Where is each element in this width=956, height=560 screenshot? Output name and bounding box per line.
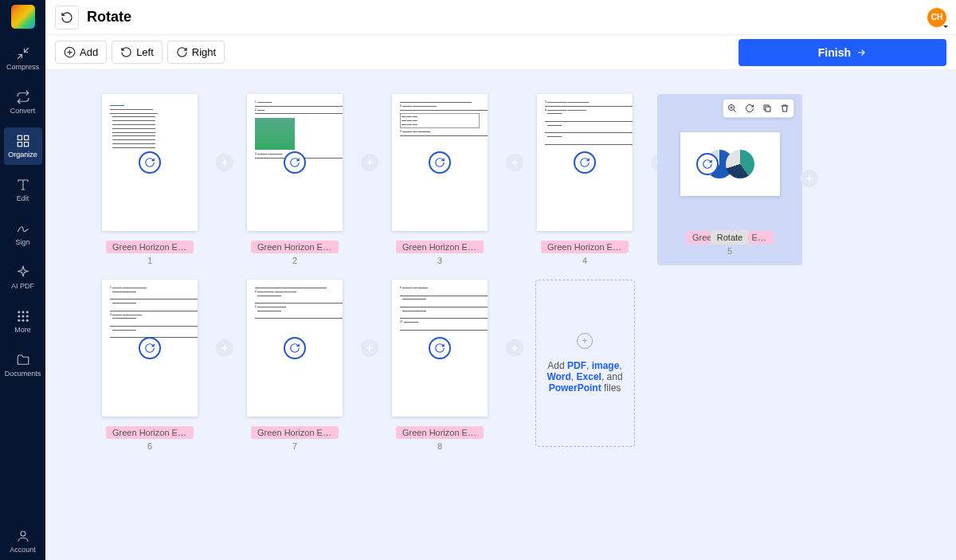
sidebar-label: Convert [10, 107, 36, 115]
rotate-right-icon [176, 46, 188, 58]
svg-point-8 [22, 315, 24, 318]
page-label: Green Horizon En… [106, 426, 194, 439]
workspace: ▬▬▬▬▬▬▬▬▬▬▬▬▬▬▬▬▬▬▬▬▬▬▬▬▬▬▬▬▬▬▬▬▬▬▬▬▬▬▬▬… [45, 70, 956, 560]
sidebar-label: Account [10, 546, 36, 554]
rotate-overlay-icon[interactable] [429, 151, 451, 174]
compress-icon [16, 46, 30, 61]
sidebar-item-account[interactable]: Account [0, 523, 45, 560]
sidebar-item-more[interactable]: More [0, 303, 45, 340]
ai-icon [16, 265, 30, 280]
back-button[interactable] [55, 6, 79, 29]
header: Rotate CH [45, 0, 956, 35]
organize-icon [16, 134, 30, 148]
app-logo[interactable] [11, 5, 35, 29]
rotate-overlay-icon[interactable] [284, 337, 306, 359]
page-thumbnail[interactable]: 1. ▬▬▬▬▬▬▬▬▬▬▬▬▬▬▬▬▬▬▬▬▬▬▬▬▬▬▬▬▬▬▬▬▬▬▬▬▬… [222, 94, 367, 265]
add-files-dropzone[interactable]: + Add PDF, image, Word, Excel, and Power… [535, 280, 635, 447]
rotate-action[interactable] [741, 100, 758, 117]
sidebar-item-organize[interactable]: Organize [4, 127, 42, 165]
page-actions-bar [723, 99, 794, 118]
toolbar: Add Left Right Finish [45, 35, 956, 70]
svg-point-13 [21, 531, 25, 536]
page-label: Green Horizon En… [541, 241, 629, 253]
documents-icon [16, 353, 30, 367]
insert-between-button[interactable] [801, 170, 818, 187]
sidebar-item-documents[interactable]: Documents [0, 347, 45, 384]
arrow-right-icon [856, 47, 867, 58]
plus-circle-icon: + [577, 333, 593, 349]
sidebar-item-compress[interactable]: Compress [0, 40, 45, 77]
page-label: Green Horizon En… [251, 426, 339, 439]
svg-point-9 [25, 315, 28, 318]
rotate-overlay-icon[interactable] [696, 153, 719, 175]
page-thumbnail[interactable]: 2. ▬▬▬▬ ▬▬▬▬▬▬▬▬▬▬ ▬▬▬▬▬▬▬▬▬▬ ▬▬▬▬▬▬▬▬▬▬… [77, 280, 222, 451]
sign-icon [16, 221, 30, 236]
sidebar-label: AI PDF [11, 282, 34, 290]
thumb-image: ▬▬▬▬▬▬▬▬▬▬▬▬▬▬▬▬▬▬▬▬▬▬▬▬▬▬▬▬▬▬4. ▬▬▬▬▬▬▬… [247, 280, 343, 417]
page-thumbnail[interactable]: 6. ▬▬▬▬ ▬▬ ▬▬▬▬ ▬▬▬▬▬▬▬▬▬▬▬▬▬▬▬▬▬▬▬▬▬▬▬▬… [367, 280, 512, 451]
sidebar: Compress Convert Organize Edit Sign AI P… [0, 0, 45, 560]
rotate-left-button[interactable]: Left [112, 41, 163, 64]
thumb-image: 6. ▬▬▬▬ ▬▬ ▬▬▬▬ ▬▬▬▬▬▬▬▬▬▬▬▬▬▬▬▬▬▬▬▬▬▬▬▬… [392, 280, 488, 417]
sidebar-item-sign[interactable]: Sign [0, 215, 45, 253]
duplicate-action[interactable] [758, 100, 776, 117]
svg-point-11 [22, 319, 24, 322]
page-title: Rotate [87, 9, 131, 25]
account-icon [16, 529, 30, 543]
page-thumbnail[interactable]: ▬▬▬▬▬▬▬▬▬▬▬▬▬▬▬▬▬▬▬▬▬▬▬▬▬▬▬▬▬▬2. ▬▬▬▬ ▬▬… [367, 94, 512, 265]
undo-icon [61, 11, 73, 24]
sidebar-item-edit[interactable]: Edit [0, 171, 45, 209]
page-number: 8 [437, 441, 442, 451]
page-thumbnail[interactable]: 3. ▬▬▬▬▬▬▬▬ ▬▬▬▬▬▬▬▬▬▬▬▬▬▬▬▬▬▬▬▬▬▬▬▬▬▬▬▬… [512, 94, 657, 265]
button-label: Finish [818, 46, 851, 59]
sidebar-item-aipdf[interactable]: AI PDF [0, 259, 45, 296]
button-label: Add [80, 46, 98, 58]
rotate-overlay-icon[interactable] [429, 337, 451, 359]
sidebar-label: Sign [15, 238, 29, 246]
more-icon [16, 309, 30, 323]
rotate-overlay-icon[interactable] [284, 151, 306, 174]
add-files-dropzone-slot: + Add PDF, image, Word, Excel, and Power… [512, 280, 657, 451]
sidebar-label: More [14, 326, 31, 334]
thumb-image [680, 132, 780, 196]
page-number: 4 [582, 256, 587, 265]
page-thumbnail-selected[interactable]: Rotate Green Horizon En… 5 [657, 94, 802, 265]
svg-rect-1 [24, 135, 28, 139]
add-button[interactable]: Add [55, 41, 107, 64]
sidebar-label: Organize [8, 151, 37, 159]
page-label: Green Horizon En… [106, 241, 194, 253]
finish-button[interactable]: Finish [739, 39, 946, 66]
user-avatar[interactable]: CH [927, 8, 946, 27]
page-label: Green Horizon En… [396, 426, 484, 439]
page-grid: ▬▬▬▬▬▬▬▬▬▬▬▬▬▬▬▬▬▬▬▬▬▬▬▬▬▬▬▬▬▬▬▬▬▬▬▬▬▬▬▬… [77, 94, 924, 465]
thumb-image: ▬▬▬▬▬▬▬▬▬▬▬▬▬▬▬▬▬▬▬▬▬▬▬▬▬▬▬▬▬▬2. ▬▬▬▬ ▬▬… [392, 94, 488, 231]
rotate-overlay-icon[interactable] [139, 151, 161, 174]
svg-point-5 [22, 311, 24, 313]
page-thumbnail[interactable]: ▬▬▬▬▬▬▬▬▬▬▬▬▬▬▬▬▬▬▬▬▬▬▬▬▬▬▬▬▬▬4. ▬▬▬▬▬▬▬… [222, 280, 367, 451]
page-label: Green Horizon En… [251, 241, 339, 253]
rotate-overlay-icon[interactable] [139, 337, 161, 359]
zoom-action[interactable] [723, 100, 741, 117]
rotate-tooltip: Rotate [711, 230, 749, 245]
svg-point-7 [18, 315, 20, 318]
thumb-image: 3. ▬▬▬▬▬▬▬▬ ▬▬▬▬▬▬▬▬▬▬▬▬▬▬▬▬▬▬▬▬▬▬▬▬▬▬▬▬… [537, 94, 633, 231]
thumb-image: 2. ▬▬▬▬ ▬▬▬▬▬▬▬▬▬▬ ▬▬▬▬▬▬▬▬▬▬ ▬▬▬▬▬▬▬▬▬▬… [102, 280, 198, 417]
main: Rotate CH Add Left Right Finish ▬▬▬▬▬▬▬▬… [45, 0, 956, 560]
page-label: Green Horizon En… [396, 241, 484, 253]
page-thumbnail[interactable]: ▬▬▬▬▬▬▬▬▬▬▬▬▬▬▬▬▬▬▬▬▬▬▬▬▬▬▬▬▬▬▬▬▬▬▬▬▬▬▬▬… [77, 94, 222, 265]
sidebar-item-convert[interactable]: Convert [0, 84, 45, 121]
edit-icon [16, 178, 30, 192]
svg-rect-2 [18, 143, 22, 147]
page-number: 2 [292, 256, 297, 265]
svg-rect-0 [18, 135, 22, 139]
convert-icon [16, 90, 30, 104]
svg-point-12 [25, 319, 28, 322]
rotate-right-button[interactable]: Right [167, 41, 225, 64]
rotate-overlay-icon[interactable] [574, 151, 596, 174]
dropzone-text: Add PDF, image, Word, Excel, and PowerPo… [544, 360, 626, 394]
delete-action[interactable] [776, 100, 793, 117]
svg-point-6 [25, 311, 28, 313]
button-label: Left [136, 46, 154, 58]
page-number: 1 [147, 256, 152, 265]
svg-point-10 [18, 319, 20, 322]
